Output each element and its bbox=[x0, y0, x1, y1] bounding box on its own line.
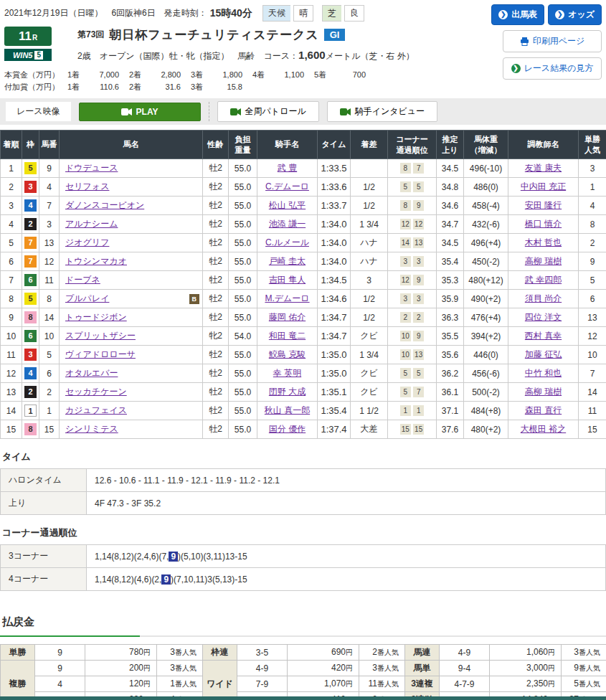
body-weight: 496(-10) bbox=[464, 159, 508, 178]
sex-age: 牡2 bbox=[203, 271, 229, 290]
jockey-link[interactable]: 幸 英明 bbox=[273, 368, 301, 378]
frame-number: 4 bbox=[24, 199, 37, 212]
trainer-link[interactable]: 大根田 裕之 bbox=[521, 424, 566, 434]
horse-link[interactable]: ダノンスコーピオン bbox=[65, 200, 144, 210]
finish-time: 1:37.4 bbox=[318, 420, 351, 439]
jockey-link[interactable]: 武 豊 bbox=[278, 163, 297, 173]
horse-name-cell: アルナシーム bbox=[60, 215, 203, 234]
jockey-link[interactable]: 国分 優作 bbox=[269, 424, 306, 434]
weather-label: 天候 bbox=[262, 5, 290, 22]
last-3f: 34.8 bbox=[437, 178, 464, 197]
jockey-cell: M.デムーロ bbox=[257, 290, 318, 308]
trainer-link[interactable]: 四位 洋文 bbox=[525, 312, 562, 322]
trainer-cell: 中内田 充正 bbox=[508, 178, 579, 197]
jockey-cell: 戸崎 圭太 bbox=[257, 252, 318, 271]
sex-age: 牡2 bbox=[203, 346, 229, 364]
horse-link[interactable]: セリフォス bbox=[65, 181, 109, 191]
trainer-link[interactable]: 西村 真幸 bbox=[525, 331, 562, 341]
finish-position: 9 bbox=[1, 308, 22, 327]
col-corner-order: コーナー通過順位 bbox=[388, 131, 437, 159]
jockey-link[interactable]: 松山 弘平 bbox=[269, 200, 306, 210]
horse-link[interactable]: プルパレイ bbox=[65, 293, 109, 303]
margin: 1 3/4 bbox=[351, 215, 388, 234]
last-3f: 35.6 bbox=[437, 346, 464, 364]
place-label: 複勝 bbox=[1, 661, 35, 700]
race-conditions: 2歳 オープン（国際）牡・牝（指定） 馬齢 コース：1,600メートル（芝・右 … bbox=[77, 49, 415, 62]
jockey-link[interactable]: 秋山 真一郎 bbox=[265, 405, 310, 415]
horse-link[interactable]: シンリミテス bbox=[65, 424, 118, 434]
horse-name-cell: プルパレイB bbox=[60, 290, 203, 308]
margin bbox=[351, 159, 388, 178]
horse-link[interactable]: スプリットザシー bbox=[65, 331, 136, 341]
horse-number: 13 bbox=[39, 234, 60, 252]
furlong-time-label: ハロンタイム bbox=[1, 469, 87, 492]
trainer-link[interactable]: 須貝 尚介 bbox=[525, 293, 562, 303]
trainer-link[interactable]: 橋口 慎介 bbox=[525, 219, 562, 229]
jockey-link[interactable]: M.デムーロ bbox=[265, 293, 309, 303]
finish-position: 14 bbox=[1, 402, 22, 420]
jockey-link[interactable]: 鮫島 克駿 bbox=[269, 349, 306, 359]
trainer-link[interactable]: 中竹 和也 bbox=[525, 368, 562, 378]
trainer-link[interactable]: 森田 直行 bbox=[525, 405, 562, 415]
last-3f: 35.9 bbox=[437, 290, 464, 308]
trainer-cell: 木村 哲也 bbox=[508, 234, 579, 252]
print-page-button[interactable]: 印刷用ページ bbox=[503, 30, 602, 52]
trainer-link[interactable]: 武 幸四郎 bbox=[525, 275, 562, 285]
weight-carried: 54.0 bbox=[229, 327, 257, 346]
win-popularity: 14 bbox=[579, 383, 606, 402]
trainer-link[interactable]: 中内田 充正 bbox=[521, 181, 566, 191]
horse-link[interactable]: ジオグリフ bbox=[65, 237, 109, 247]
jockey-link[interactable]: 和田 竜二 bbox=[269, 331, 306, 341]
trainer-cell: 大根田 裕之 bbox=[508, 420, 579, 439]
weight-carried: 55.0 bbox=[229, 252, 257, 271]
video-camera-icon bbox=[230, 108, 241, 115]
frame-number: 6 bbox=[24, 274, 37, 286]
table-row: 10 6 10 スプリットザシー 牝2 54.0 和田 竜二 1:34.7 クビ… bbox=[1, 327, 606, 346]
win-label: 単勝 bbox=[1, 645, 35, 661]
horse-link[interactable]: アルナシーム bbox=[65, 219, 118, 229]
jockey-link[interactable]: 藤岡 佑介 bbox=[269, 312, 306, 322]
jockey-link[interactable]: 団野 大成 bbox=[269, 387, 306, 397]
weight-carried: 55.0 bbox=[229, 271, 257, 290]
corner-order: 2 2 bbox=[388, 308, 437, 327]
last-3f: 35.3 bbox=[437, 271, 464, 290]
sex-age: 牡2 bbox=[203, 159, 229, 178]
horse-link[interactable]: ドウデュース bbox=[65, 163, 118, 173]
jockey-link[interactable]: 戸崎 圭太 bbox=[269, 256, 306, 266]
bracket-quinella-label: 枠連 bbox=[203, 645, 237, 661]
jockey-link[interactable]: 吉田 隼人 bbox=[269, 275, 306, 285]
trainer-link[interactable]: 木村 哲也 bbox=[525, 237, 562, 247]
sex-age: 牡2 bbox=[203, 197, 229, 215]
horse-link[interactable]: セッカチケーン bbox=[65, 387, 127, 397]
patrol-video-button[interactable]: 全周パトロール bbox=[217, 101, 319, 122]
horse-number: 4 bbox=[39, 178, 60, 197]
horse-link[interactable]: ドーブネ bbox=[65, 275, 100, 285]
jockey-link[interactable]: 池添 謙一 bbox=[269, 219, 306, 229]
body-weight: 446(0) bbox=[464, 346, 508, 364]
trainer-link[interactable]: 高柳 瑞樹 bbox=[525, 387, 562, 397]
payout-row-1: 単勝 9 780円 3番人気 枠連 3-5 690円 2番人気 馬連 4-9 1… bbox=[1, 645, 606, 661]
results-header-row: 着順 枠 馬番 馬名 性齢 負担重量 騎手名 タイム 着差 コーナー通過順位 推… bbox=[1, 131, 606, 159]
horse-link[interactable]: ヴィアドロローサ bbox=[65, 349, 136, 359]
footer-bar bbox=[0, 696, 606, 700]
result-guide-button[interactable]: ❯ レース結果の見方 bbox=[503, 57, 602, 80]
jockey-interview-button[interactable]: 騎手インタビュー bbox=[327, 101, 437, 122]
odds-button[interactable]: ❯ オッズ bbox=[548, 4, 602, 25]
col-weight-carried: 負担重量 bbox=[229, 131, 257, 159]
horse-link[interactable]: トゥードジボン bbox=[65, 312, 127, 322]
play-button[interactable]: PLAY bbox=[79, 103, 201, 121]
jockey-link[interactable]: C.デムーロ bbox=[265, 181, 309, 191]
finish-position: 7 bbox=[1, 271, 22, 290]
jockey-link[interactable]: C.ルメール bbox=[265, 237, 309, 247]
trainer-link[interactable]: 高柳 瑞樹 bbox=[525, 256, 562, 266]
trainer-link[interactable]: 友道 康夫 bbox=[525, 163, 562, 173]
horse-link[interactable]: トウシンマカオ bbox=[65, 256, 127, 266]
trainer-link[interactable]: 安田 隆行 bbox=[525, 200, 562, 210]
entries-button[interactable]: ❯ 出馬表 bbox=[491, 4, 544, 25]
frame-number: 2 bbox=[24, 386, 37, 398]
horse-number: 14 bbox=[39, 308, 60, 327]
trainer-link[interactable]: 加藤 征弘 bbox=[525, 349, 562, 359]
payout-title: 払戻金 bbox=[2, 615, 606, 629]
horse-link[interactable]: オタルエバー bbox=[65, 368, 118, 378]
horse-link[interactable]: カジュフェイス bbox=[65, 405, 127, 415]
